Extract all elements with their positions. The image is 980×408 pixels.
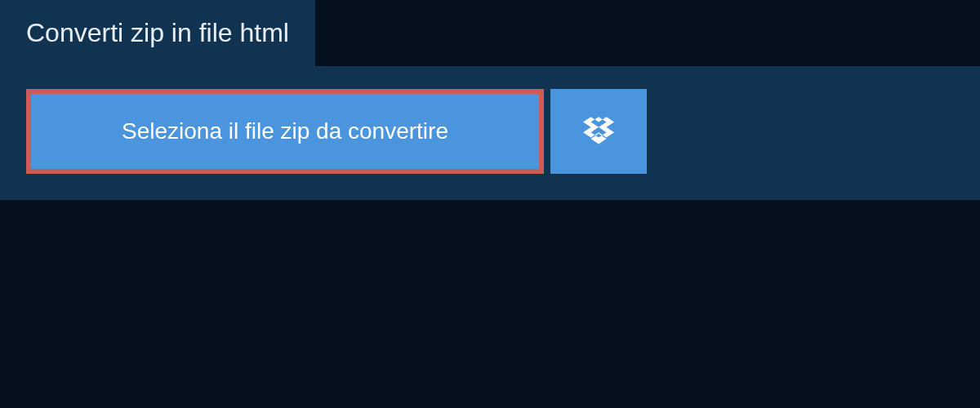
dropbox-icon xyxy=(583,114,614,149)
page-tab: Converti zip in file html xyxy=(0,0,315,66)
select-file-label: Seleziona il file zip da convertire xyxy=(122,118,448,144)
page-title: Converti zip in file html xyxy=(26,18,289,47)
file-select-row: Seleziona il file zip da convertire xyxy=(26,89,647,174)
select-file-button[interactable]: Seleziona il file zip da convertire xyxy=(26,89,544,174)
converter-panel: Seleziona il file zip da convertire xyxy=(0,66,980,200)
dropbox-button[interactable] xyxy=(550,89,647,174)
